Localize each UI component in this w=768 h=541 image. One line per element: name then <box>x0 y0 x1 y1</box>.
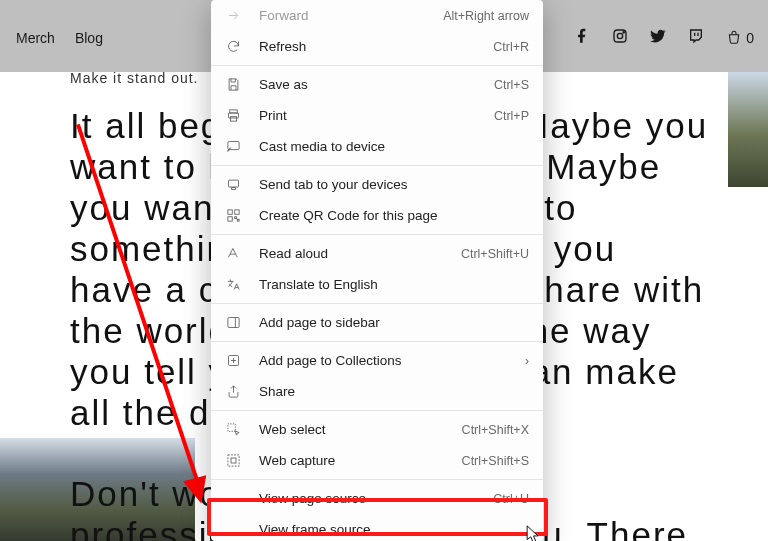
menu-item-label: Refresh <box>259 39 493 54</box>
menu-item-label: Read aloud <box>259 246 461 261</box>
svg-rect-5 <box>230 110 238 113</box>
menu-separator <box>211 479 543 480</box>
instagram-icon[interactable] <box>612 28 628 47</box>
refresh-icon <box>225 38 242 55</box>
svg-rect-9 <box>229 180 239 187</box>
menu-item-label: Print <box>259 108 494 123</box>
menu-separator <box>211 410 543 411</box>
menu-separator <box>211 165 543 166</box>
svg-rect-12 <box>235 210 239 214</box>
menu-item-print[interactable]: PrintCtrl+P <box>211 100 543 131</box>
menu-item-shortcut: Ctrl+P <box>494 109 529 123</box>
menu-item-shortcut: Ctrl+Shift+X <box>462 423 529 437</box>
menu-item-label: Share <box>259 384 529 399</box>
menu-item-refresh[interactable]: RefreshCtrl+R <box>211 31 543 62</box>
forward-icon <box>225 7 242 24</box>
qr-icon <box>225 207 242 224</box>
chevron-right-icon: › <box>525 354 529 368</box>
menu-item-label: Forward <box>259 8 443 23</box>
menu-item-label: Cast media to device <box>259 139 529 154</box>
share-icon <box>225 383 242 400</box>
menu-item-label: View page source <box>259 491 493 506</box>
svg-rect-16 <box>228 318 239 328</box>
svg-rect-23 <box>231 458 236 463</box>
menu-item-label: Web capture <box>259 453 462 468</box>
menu-item-label: Add page to Collections <box>259 353 525 368</box>
sidebar-icon <box>225 314 242 331</box>
menu-item-shortcut: Ctrl+U <box>493 492 529 506</box>
read-icon <box>225 245 242 262</box>
collect-icon <box>225 352 242 369</box>
menu-item-web-capture[interactable]: Web captureCtrl+Shift+S <box>211 445 543 476</box>
menu-item-label: Web select <box>259 422 462 437</box>
svg-rect-22 <box>228 455 239 466</box>
menu-item-add-page-to-collections[interactable]: Add page to Collections› <box>211 345 543 376</box>
menu-separator <box>211 234 543 235</box>
menu-item-add-page-to-sidebar[interactable]: Add page to sidebar <box>211 307 543 338</box>
menu-item-save-as[interactable]: Save asCtrl+S <box>211 69 543 100</box>
menu-item-shortcut: Ctrl+Shift+U <box>461 247 529 261</box>
cast-icon <box>225 138 242 155</box>
twitter-icon[interactable] <box>650 28 666 47</box>
menu-item-web-select[interactable]: Web selectCtrl+Shift+X <box>211 414 543 445</box>
print-icon <box>225 107 242 124</box>
menu-item-label: Save as <box>259 77 494 92</box>
context-menu: ForwardAlt+Right arrowRefreshCtrl+RSave … <box>211 0 543 541</box>
svg-point-1 <box>618 33 623 38</box>
menu-item-label: View frame source <box>259 522 529 537</box>
nav-blog[interactable]: Blog <box>75 30 103 46</box>
menu-item-share[interactable]: Share <box>211 376 543 407</box>
cart-count: 0 <box>746 30 754 46</box>
menu-item-create-qr-code-for-this-page[interactable]: Create QR Code for this page <box>211 200 543 231</box>
menu-separator <box>211 65 543 66</box>
translate-icon <box>225 276 242 293</box>
menu-item-view-page-source[interactable]: View page sourceCtrl+U <box>211 483 543 514</box>
svg-point-2 <box>623 32 624 33</box>
menu-item-shortcut: Alt+Right arrow <box>443 9 529 23</box>
svg-rect-14 <box>235 217 237 219</box>
menu-item-shortcut: Ctrl+S <box>494 78 529 92</box>
menu-item-label: Create QR Code for this page <box>259 208 529 223</box>
webselect-icon <box>225 421 242 438</box>
cart-button[interactable]: 0 <box>726 30 754 46</box>
nav-merch[interactable]: Merch <box>16 30 55 46</box>
menu-item-forward: ForwardAlt+Right arrow <box>211 0 543 31</box>
menu-item-send-tab-to-your-devices[interactable]: Send tab to your devices <box>211 169 543 200</box>
svg-rect-15 <box>237 219 239 221</box>
svg-rect-11 <box>228 210 232 214</box>
menu-item-view-frame-source[interactable]: View frame source <box>211 514 543 541</box>
menu-item-read-aloud[interactable]: Read aloudCtrl+Shift+U <box>211 238 543 269</box>
subtitle: Make it stand out. <box>70 70 199 86</box>
menu-item-label: Add page to sidebar <box>259 315 529 330</box>
send-icon <box>225 176 242 193</box>
menu-item-label: Translate to English <box>259 277 529 292</box>
svg-rect-7 <box>230 117 236 121</box>
svg-rect-10 <box>232 188 236 190</box>
menu-separator <box>211 341 543 342</box>
save-icon <box>225 76 242 93</box>
menu-item-label: Send tab to your devices <box>259 177 529 192</box>
menu-separator <box>211 303 543 304</box>
facebook-icon[interactable] <box>574 28 590 47</box>
hero-image-right <box>728 72 768 187</box>
svg-rect-13 <box>228 217 232 221</box>
menu-item-translate-to-english[interactable]: Translate to English <box>211 269 543 300</box>
twitch-icon[interactable] <box>688 28 704 47</box>
menu-item-shortcut: Ctrl+Shift+S <box>462 454 529 468</box>
menu-item-cast-media-to-device[interactable]: Cast media to device <box>211 131 543 162</box>
webcapture-icon <box>225 452 242 469</box>
menu-item-shortcut: Ctrl+R <box>493 40 529 54</box>
